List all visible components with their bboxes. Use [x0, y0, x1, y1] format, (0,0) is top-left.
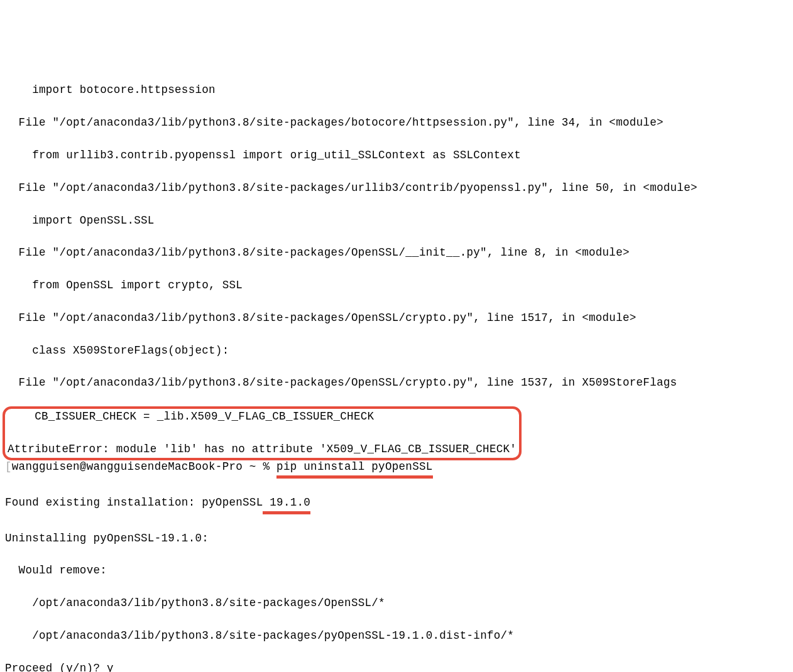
- traceback-line: import botocore.httpsession: [5, 82, 788, 99]
- traceback-line: class X509StoreFlags(object):: [5, 343, 788, 359]
- bracket-icon: [: [5, 460, 12, 473]
- error-highlight-box: CB_ISSUER_CHECK = _lib.X509_V_FLAG_CB_IS…: [3, 406, 522, 460]
- found-install-line: Found existing installation: pyOpenSSL 1…: [5, 495, 788, 514]
- attribute-error-line: AttributeError: module 'lib' has no attr…: [8, 442, 517, 458]
- remove-path-line: /opt/anaconda3/lib/python3.8/site-packag…: [5, 595, 788, 612]
- uninstalling-line: Uninstalling pyOpenSSL-19.1.0:: [5, 531, 788, 547]
- terminal-output: import botocore.httpsession File "/opt/a…: [5, 67, 788, 672]
- would-remove-line: Would remove:: [5, 563, 788, 579]
- shell-prompt: wangguisen@wangguisendeMacBook-Pro ~ %: [12, 460, 276, 473]
- traceback-line: File "/opt/anaconda3/lib/python3.8/site-…: [5, 310, 788, 327]
- traceback-line: File "/opt/anaconda3/lib/python3.8/site-…: [5, 180, 788, 197]
- traceback-line: from OpenSSL import crypto, SSL: [5, 278, 788, 294]
- error-line: CB_ISSUER_CHECK = _lib.X509_V_FLAG_CB_IS…: [8, 409, 517, 425]
- traceback-line: File "/opt/anaconda3/lib/python3.8/site-…: [5, 115, 788, 131]
- old-version-highlight: 19.1.0: [263, 495, 310, 514]
- traceback-line: import OpenSSL.SSL: [5, 213, 788, 229]
- shell-prompt-line: [wangguisen@wangguisendeMacBook-Pro ~ % …: [5, 459, 788, 479]
- remove-path-line: /opt/anaconda3/lib/python3.8/site-packag…: [5, 628, 788, 644]
- proceed-prompt-line[interactable]: Proceed (y/n)? y: [5, 661, 788, 672]
- pip-uninstall-command[interactable]: pip uninstall pyOpenSSL: [276, 459, 432, 479]
- traceback-line: File "/opt/anaconda3/lib/python3.8/site-…: [5, 245, 788, 261]
- traceback-line: from urllib3.contrib.pyopenssl import or…: [5, 148, 788, 164]
- traceback-line: File "/opt/anaconda3/lib/python3.8/site-…: [5, 375, 788, 391]
